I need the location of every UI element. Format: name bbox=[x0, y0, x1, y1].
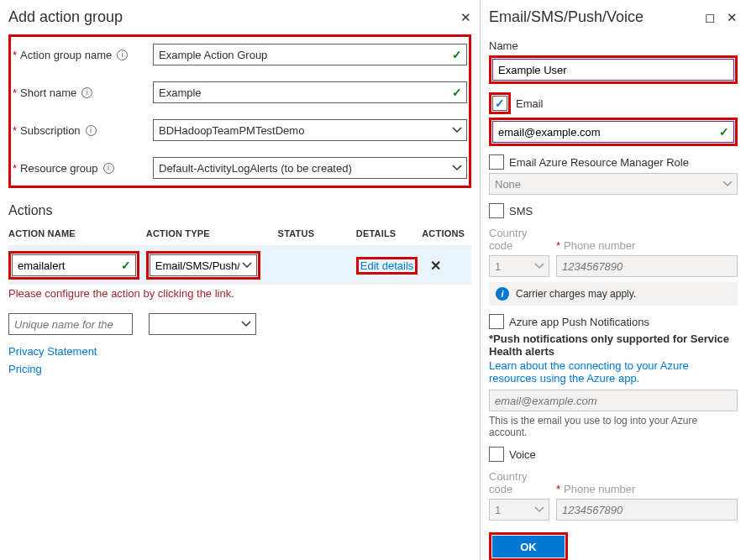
pricing-link[interactable]: Pricing bbox=[8, 363, 471, 375]
col-actions: Actions bbox=[422, 228, 471, 238]
info-icon[interactable]: i bbox=[117, 50, 128, 60]
sms-checkbox[interactable] bbox=[489, 203, 504, 218]
sms-country-code bbox=[489, 255, 549, 277]
country-code-label: Country code bbox=[489, 470, 549, 495]
carrier-info-bar: i Carrier charges may apply. bbox=[489, 282, 738, 306]
action-group-name-input[interactable] bbox=[153, 44, 467, 65]
name-input[interactable] bbox=[492, 59, 734, 81]
add-action-group-panel: Add action group ✕ *Action group namei ✓… bbox=[0, 0, 481, 560]
info-icon[interactable]: i bbox=[86, 125, 97, 136]
remove-action-button[interactable]: ✕ bbox=[430, 259, 441, 273]
col-type: Action Type bbox=[146, 228, 278, 238]
info-icon[interactable]: i bbox=[81, 87, 92, 98]
voice-label: Voice bbox=[509, 448, 536, 461]
arm-role-label: Email Azure Resource Manager Role bbox=[509, 156, 689, 169]
privacy-link[interactable]: Privacy Statement bbox=[8, 345, 471, 358]
ok-button[interactable]: OK bbox=[492, 536, 565, 557]
push-checkbox[interactable] bbox=[489, 314, 504, 329]
actions-table-header: Action Name Action Type Status Details A… bbox=[8, 223, 471, 246]
email-checkbox[interactable] bbox=[492, 96, 507, 111]
short-name-label: Short name bbox=[20, 86, 76, 99]
email-sms-push-voice-panel: Email/SMS/Push/Voice ◻ ✕ Name Email ✓ Em… bbox=[481, 0, 746, 560]
col-details: Details bbox=[356, 228, 422, 238]
phone-label: Phone number bbox=[564, 483, 635, 495]
right-panel-title: Email/SMS/Push/Voice bbox=[489, 8, 644, 26]
push-label: Azure app Push Notifications bbox=[509, 316, 649, 328]
push-subtext: This is the email you use to log into yo… bbox=[489, 415, 738, 438]
action-row-empty bbox=[8, 308, 471, 340]
voice-phone-input bbox=[556, 499, 738, 521]
action-type-select[interactable] bbox=[150, 254, 257, 276]
short-name-input[interactable] bbox=[153, 81, 467, 103]
push-note: *Push notifications only supported for S… bbox=[489, 332, 738, 358]
subscription-label: Subscription bbox=[20, 124, 81, 137]
info-icon: i bbox=[496, 287, 509, 301]
arm-role-checkbox[interactable] bbox=[489, 154, 504, 170]
phone-label: Phone number bbox=[564, 239, 635, 252]
col-status: Status bbox=[278, 228, 356, 238]
config-warning: Please configure the action by clicking … bbox=[8, 285, 471, 308]
resource-group-label: Resource group bbox=[20, 162, 98, 175]
name-label: Name bbox=[489, 39, 738, 52]
col-name: Action Name bbox=[8, 228, 146, 238]
voice-checkbox[interactable] bbox=[489, 447, 504, 462]
form-fields-highlight: *Action group namei ✓ *Short namei ✓ *Su… bbox=[8, 34, 471, 188]
maximize-icon[interactable]: ◻ bbox=[705, 10, 715, 25]
close-icon[interactable]: ✕ bbox=[727, 10, 738, 25]
resource-group-select[interactable] bbox=[153, 157, 467, 179]
carrier-text: Carrier charges may apply. bbox=[516, 288, 636, 300]
subscription-select[interactable] bbox=[153, 119, 467, 141]
edit-details-link[interactable]: Edit details bbox=[360, 259, 414, 272]
push-learn-link[interactable]: Learn about the connecting to your Azure… bbox=[489, 359, 738, 385]
action-name-input-blank[interactable] bbox=[8, 313, 133, 335]
action-row: ✓ Edit details ✕ bbox=[8, 246, 471, 285]
push-email-input bbox=[489, 390, 738, 411]
sms-label: SMS bbox=[509, 205, 533, 217]
action-group-name-label: Action group name bbox=[20, 49, 112, 61]
email-input[interactable] bbox=[492, 121, 734, 143]
arm-role-select bbox=[489, 173, 738, 195]
actions-heading: Actions bbox=[8, 203, 471, 218]
action-type-select-blank[interactable] bbox=[149, 313, 256, 335]
info-icon[interactable]: i bbox=[103, 163, 114, 174]
panel-header: Add action group ✕ bbox=[8, 7, 471, 34]
action-name-input[interactable] bbox=[12, 254, 136, 276]
sms-phone-input bbox=[556, 255, 738, 277]
voice-country-code bbox=[489, 499, 549, 521]
email-label: Email bbox=[516, 97, 544, 110]
panel-title: Add action group bbox=[8, 8, 123, 26]
close-icon[interactable]: ✕ bbox=[460, 10, 471, 25]
country-code-label: Country code bbox=[489, 227, 549, 252]
right-panel-header: Email/SMS/Push/Voice ◻ ✕ bbox=[489, 7, 738, 34]
